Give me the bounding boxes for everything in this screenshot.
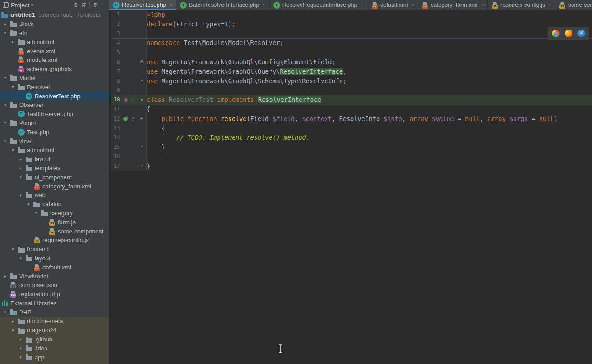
gutter[interactable]: 6⊖ [111, 57, 147, 67]
chevron-expanded-icon[interactable]: ▾ [4, 310, 10, 314]
tree-item-magento24[interactable]: ▾magento24 [0, 326, 109, 335]
line-number[interactable]: 3 [111, 29, 122, 39]
chevron-collapsed-icon[interactable]: ▸ [19, 166, 26, 170]
tree-item-untitled1[interactable]: untitled1sources root, ~/projects [0, 10, 109, 20]
gutter[interactable]: 14 [111, 133, 147, 142]
tab-requirejs-config.js[interactable]: JSrequirejs-config.js× [488, 0, 555, 10]
tree-item-templates[interactable]: ▸templates [0, 164, 109, 173]
chevron-down-icon[interactable]: ▾ [31, 3, 33, 7]
line-number[interactable]: 7 [111, 67, 122, 76]
gutter[interactable]: 1 [111, 10, 147, 20]
line-number[interactable]: 8 [111, 76, 122, 86]
line-number[interactable]: 14 [111, 133, 122, 142]
chevron-expanded-icon[interactable]: ▾ [4, 76, 10, 80]
tree-item-doctrine-meta[interactable]: ▸doctrine-meta [0, 317, 109, 326]
implemented-method-icon[interactable]: ↑ [123, 116, 129, 121]
tree-item-viewmodel[interactable]: ▸ViewModel [0, 272, 109, 281]
project-panel-title[interactable]: Project [11, 2, 29, 9]
gutter[interactable]: 2 [111, 20, 147, 29]
tree-item-plugin[interactable]: ▾Plugin [0, 119, 109, 128]
line-number[interactable]: 16 [111, 152, 122, 162]
gutter[interactable]: 8⌂ [111, 76, 147, 86]
chevron-expanded-icon[interactable]: ▾ [27, 202, 33, 207]
close-tab-icon[interactable]: × [481, 2, 484, 8]
tool-window-icon[interactable] [3, 2, 9, 8]
tree-item-app[interactable]: ▾app [0, 353, 109, 362]
tree-item-block[interactable]: ▸Block [0, 20, 109, 29]
chevron-collapsed-icon[interactable]: ▸ [11, 319, 18, 324]
chevron-expanded-icon[interactable]: ▾ [4, 30, 10, 35]
fold-marker[interactable]: ⊖ [139, 114, 144, 124]
chevron-expanded-icon[interactable]: ▾ [11, 85, 18, 89]
line-number[interactable]: 15 [111, 142, 122, 152]
tree-item-view[interactable]: ▾view [0, 136, 109, 146]
code-text[interactable]: namespace Test\Module\Model\Resolver; [147, 38, 284, 48]
tree-item-external-libraries[interactable]: External Libraries [0, 299, 109, 308]
close-tab-icon[interactable]: × [170, 2, 173, 8]
chevron-collapsed-icon[interactable]: ▸ [4, 22, 10, 26]
safari-browser-icon[interactable] [577, 30, 585, 37]
fold-marker[interactable]: ⌂ [139, 76, 144, 86]
chevron-collapsed-icon[interactable]: ▸ [19, 337, 26, 342]
hide-panel-icon[interactable]: — [102, 0, 107, 10]
line-number[interactable]: 17 [111, 162, 122, 171]
code-text[interactable]: <?php [147, 10, 165, 20]
fold-marker[interactable]: ⌂ [139, 162, 144, 171]
line-number[interactable]: 11 [111, 105, 122, 114]
line-number[interactable]: 5 [111, 48, 122, 57]
fold-marker[interactable]: ⌂ [139, 142, 144, 152]
gutter[interactable]: 3 [111, 29, 147, 39]
implements-marker-icon[interactable]: ☾ [130, 116, 135, 122]
tree-item-resolvertest-php[interactable]: CResolverTest.php [0, 91, 109, 101]
gutter[interactable]: 10❋☾∨ [111, 95, 147, 105]
line-number[interactable]: 6 [111, 57, 122, 67]
tree-item-adminhtml[interactable]: ▾adminhtml [0, 146, 109, 155]
tree-item-frontend[interactable]: ▾frontend [0, 245, 109, 254]
gutter[interactable]: 5 [111, 48, 147, 57]
chevron-expanded-icon[interactable]: ▾ [35, 211, 41, 215]
code-text[interactable]: use Magento\Framework\GraphQl\Schema\Typ… [147, 76, 347, 86]
chevron-expanded-icon[interactable]: ▾ [4, 139, 10, 143]
tree-item-test-php[interactable]: CTest.php [0, 127, 109, 136]
close-tab-icon[interactable]: × [411, 2, 414, 8]
gutter[interactable]: 16 [111, 152, 147, 162]
line-number[interactable]: 13 [111, 124, 122, 133]
plugin-class-icon[interactable]: ❋ [123, 97, 128, 103]
tab-default.xml[interactable]: <>default.xml× [367, 0, 418, 10]
code-text[interactable]: { [147, 105, 150, 114]
chevron-expanded-icon[interactable]: ▾ [4, 103, 10, 107]
tree-item-layout[interactable]: ▸layout [0, 155, 109, 164]
chevron-expanded-icon[interactable]: ▾ [19, 193, 26, 197]
locate-icon[interactable]: ⊕ [73, 0, 78, 10]
tree-item-module-xml[interactable]: <>module.xml [0, 56, 109, 65]
gutter[interactable]: 15⌂ [111, 142, 147, 152]
code-text[interactable]: use Magento\Framework\GraphQl\Config\Ele… [147, 57, 336, 67]
tree-item-php[interactable]: ▾PHP [0, 308, 109, 317]
code-text[interactable]: } [147, 142, 165, 152]
chevron-collapsed-icon[interactable]: ▸ [19, 157, 26, 162]
tab-category_form.xml[interactable]: <>category_form.xml× [418, 0, 488, 10]
line-number[interactable]: 10 [111, 95, 122, 105]
line-number[interactable]: 12 [111, 114, 122, 124]
code-text[interactable]: } [147, 162, 150, 171]
tree-item-adminhtml[interactable]: ▸adminhtml [0, 37, 109, 46]
gutter[interactable]: 12↑☾⊖ [111, 114, 147, 124]
chevron-collapsed-icon[interactable]: ▸ [4, 274, 10, 278]
gutter[interactable]: 11 [111, 105, 147, 114]
close-tab-icon[interactable]: × [549, 2, 551, 8]
chevron-expanded-icon[interactable]: ▾ [11, 328, 18, 333]
chevron-expanded-icon[interactable]: ▾ [19, 355, 26, 359]
tree-item-category-form-xml[interactable]: <>category_form.xml [0, 182, 109, 191]
gutter[interactable]: 13 [111, 124, 147, 133]
gutter[interactable]: 7 [111, 67, 147, 76]
chevron-collapsed-icon[interactable]: ▸ [11, 40, 18, 44]
tree-item-layout[interactable]: ▾layout [0, 254, 109, 263]
tab-ResolveRequestInterface.php[interactable]: IResolveRequestInterface.php× [270, 0, 367, 10]
tree-item-model[interactable]: ▾Model [0, 74, 109, 83]
code-editor[interactable]: 1<?php2declare(strict_types=1);34namespa… [109, 10, 592, 364]
code-text[interactable]: // TODO: Implement resolve() method. [147, 133, 310, 142]
tree-item-registration-php[interactable]: PHPregistration.php [0, 290, 109, 299]
firefox-browser-icon[interactable] [565, 30, 572, 37]
line-number[interactable]: 2 [111, 20, 122, 29]
close-tab-icon[interactable]: × [361, 2, 363, 8]
